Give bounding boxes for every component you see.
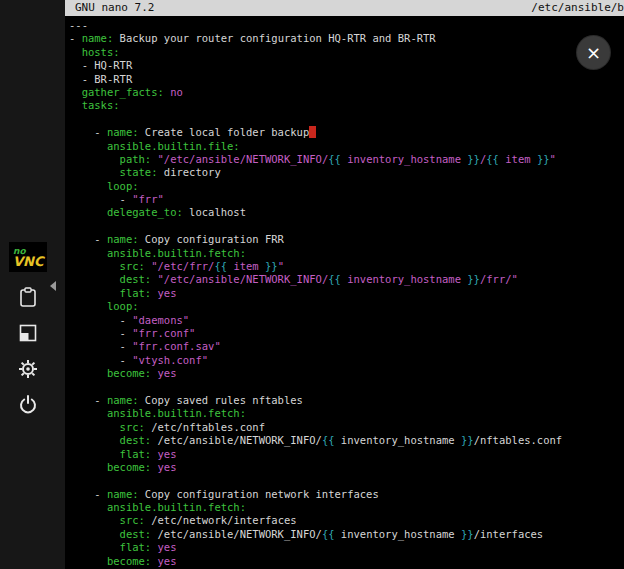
- editor-line: state: directory: [69, 166, 624, 179]
- editor-line: [69, 381, 624, 394]
- editor-line: loop:: [69, 180, 624, 193]
- code-segment: {{: [486, 153, 499, 165]
- editor-line: ansible.builtin.fetch:: [69, 407, 624, 420]
- code-segment: [69, 300, 107, 312]
- novnc-logo-main: VNC: [13, 255, 43, 268]
- code-segment: -: [69, 314, 132, 326]
- nano-titlebar: GNU nano 7.2 /etc/ansible/b: [65, 0, 624, 16]
- control-bar-handle[interactable]: [50, 281, 56, 291]
- code-segment: /nftables.conf: [474, 434, 563, 446]
- code-segment: -: [69, 340, 132, 352]
- code-segment: }}: [265, 260, 278, 272]
- editor-line: - "vtysh.conf": [69, 354, 624, 367]
- editor-line: [69, 220, 624, 233]
- code-segment: [69, 180, 107, 192]
- code-segment: localhost: [183, 206, 246, 218]
- code-segment: no: [170, 86, 183, 98]
- fullscreen-icon: [17, 322, 39, 347]
- editor-line: src: "/etc/frr/{{ item }}": [69, 260, 624, 273]
- code-segment: "frr.conf.sav": [132, 340, 221, 352]
- settings-button[interactable]: [13, 355, 43, 385]
- code-segment: -: [69, 354, 132, 366]
- code-segment: Create local folder backup: [139, 126, 310, 138]
- code-segment: [69, 555, 107, 567]
- code-segment: [69, 86, 82, 98]
- code-segment: /etc/network/interfaces: [145, 514, 297, 526]
- code-segment: loop:: [107, 180, 139, 192]
- editor-area[interactable]: ---- name: Backup your router configurat…: [65, 16, 624, 568]
- editor-line: - BR-RTR: [69, 73, 624, 86]
- close-icon: ×: [586, 42, 601, 63]
- code-segment: }}: [467, 273, 480, 285]
- editor-line: - "frr": [69, 193, 624, 206]
- code-segment: name:: [107, 488, 139, 500]
- editor-line: path: "/etc/ansible/NETWORK_INFO/{{ inve…: [69, 153, 624, 166]
- code-segment: [69, 46, 82, 58]
- code-segment: "daemons": [132, 314, 189, 326]
- code-segment: directory: [158, 166, 221, 178]
- code-segment: ---: [69, 19, 88, 31]
- code-segment: inventory_hostname: [341, 273, 467, 285]
- code-segment: tasks:: [82, 99, 120, 111]
- code-segment: path:: [120, 153, 152, 165]
- editor-line: - name: Copy saved rules nftables: [69, 394, 624, 407]
- code-segment: }}: [537, 153, 550, 165]
- code-segment: [69, 448, 120, 460]
- editor-line: ---: [69, 19, 624, 32]
- code-segment: name:: [107, 394, 139, 406]
- power-button[interactable]: [13, 391, 43, 421]
- editor-line: flat: yes: [69, 287, 624, 300]
- code-segment: /etc/nftables.conf: [145, 421, 265, 433]
- code-segment: {{: [322, 528, 335, 540]
- gear-icon: [17, 358, 39, 383]
- code-segment: item: [499, 153, 537, 165]
- code-segment: delegate_to:: [107, 206, 183, 218]
- code-segment: loop:: [107, 300, 139, 312]
- code-segment: Backup your router configuration HQ-RTR …: [113, 32, 435, 44]
- code-segment: flat:: [120, 448, 152, 460]
- code-segment: /frr/": [480, 273, 518, 285]
- editor-line: - "frr.conf": [69, 327, 624, 340]
- code-segment: ": [550, 153, 556, 165]
- code-segment: src:: [120, 421, 145, 433]
- code-segment: hosts:: [82, 46, 120, 58]
- code-segment: Copy saved rules nftables: [139, 394, 303, 406]
- fullscreen-button[interactable]: [13, 319, 43, 349]
- editor-line: - name: Backup your router configuration…: [69, 32, 624, 45]
- code-segment: name:: [107, 126, 139, 138]
- code-segment: }}: [461, 528, 474, 540]
- code-segment: "/etc/ansible/NETWORK_INFO/: [158, 273, 329, 285]
- code-segment: inventory_hostname: [335, 528, 461, 540]
- editor-line: delegate_to: localhost: [69, 206, 624, 219]
- code-segment: [69, 140, 107, 152]
- code-segment: Copy configuration FRR: [139, 233, 284, 245]
- code-segment: [69, 247, 107, 259]
- editor-line: tasks:: [69, 99, 624, 112]
- code-segment: name:: [82, 32, 114, 44]
- code-segment: dest:: [120, 434, 152, 446]
- power-icon: [17, 394, 39, 419]
- editor-line: [69, 113, 624, 126]
- editor-line: - "daemons": [69, 314, 624, 327]
- code-segment: src:: [120, 514, 145, 526]
- code-segment: }}: [461, 434, 474, 446]
- code-segment: -: [69, 193, 132, 205]
- code-segment: yes: [158, 541, 177, 553]
- close-button[interactable]: ×: [577, 36, 610, 69]
- code-segment: ansible.builtin.fetch:: [107, 407, 246, 419]
- code-segment: /etc/ansible/NETWORK_INFO/: [151, 434, 322, 446]
- editor-line: hosts:: [69, 46, 624, 59]
- code-segment: gather_facts:: [82, 86, 164, 98]
- editor-line: loop:: [69, 300, 624, 313]
- editor-line: - HQ-RTR: [69, 59, 624, 72]
- editor-line: dest: /etc/ansible/NETWORK_INFO/{{ inven…: [69, 434, 624, 447]
- text-cursor: [309, 126, 315, 138]
- editor-line: flat: yes: [69, 448, 624, 461]
- clipboard-button[interactable]: [13, 283, 43, 313]
- clipboard-icon: [17, 286, 39, 311]
- code-segment: inventory_hostname: [335, 434, 461, 446]
- editor-line: - name: Create local folder backup: [69, 126, 624, 139]
- editor-line: become: yes: [69, 555, 624, 568]
- code-segment: ansible.builtin.fetch:: [107, 501, 246, 513]
- code-segment: [69, 421, 120, 433]
